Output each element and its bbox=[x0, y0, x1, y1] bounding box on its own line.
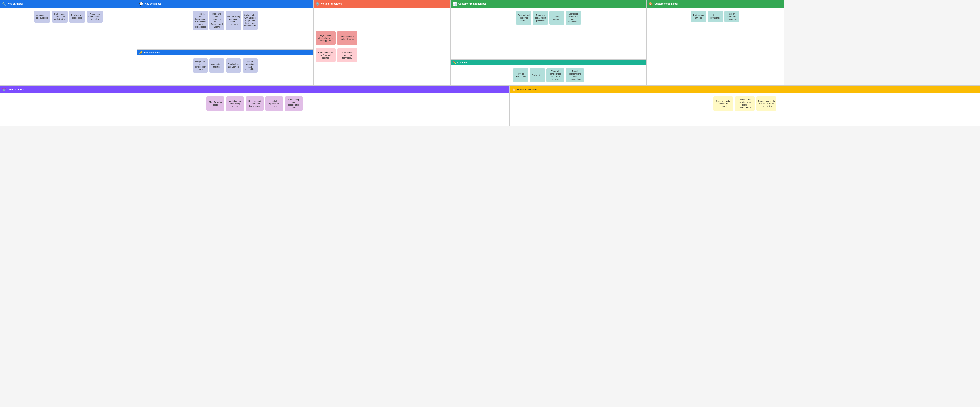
customer-relationships-header: 📊 Customer relationships: bbox=[451, 0, 646, 8]
key-partners-title: Key partners: bbox=[8, 2, 23, 5]
key-partners-icon: 🔧 bbox=[2, 2, 6, 6]
customer-segments-column: 🎨 Customer segments: Professional athlet… bbox=[647, 0, 784, 86]
customer-relationships-content: Personalized customer support Engaging s… bbox=[451, 8, 646, 59]
list-item[interactable]: Research and development of innovative s… bbox=[193, 11, 208, 30]
customer-relationships-column: 📊 Customer relationships: Personalized c… bbox=[451, 0, 647, 86]
channels-header: ✏️ Channels: bbox=[451, 59, 646, 65]
list-item[interactable]: Endorsement by professional athletes bbox=[316, 48, 336, 62]
customer-relationships-title: Customer relationships: bbox=[458, 2, 486, 5]
value-proposition-column: ⚙️ Value proposition: High-quality athle… bbox=[314, 0, 451, 86]
list-item[interactable]: Sponsored events and sports competitions bbox=[566, 11, 581, 25]
key-partners-content: Manufacturers and suppliers Professional… bbox=[0, 8, 137, 86]
list-item[interactable]: Personalized customer support bbox=[516, 11, 531, 25]
list-item[interactable]: Performance-enhancing technology bbox=[337, 48, 357, 62]
channels-section: ✏️ Channels: Physical retail stores Onli… bbox=[451, 59, 646, 86]
list-item[interactable]: Design and product development teams bbox=[193, 58, 208, 73]
customer-segments-content: Professional athletes Sports enthusiasts… bbox=[647, 8, 784, 86]
list-item[interactable]: Manufacturers and suppliers bbox=[34, 11, 50, 22]
list-item[interactable]: Professional athletes bbox=[691, 11, 706, 22]
list-item[interactable]: Supply chain management bbox=[226, 58, 241, 73]
list-item[interactable]: Manufacturing and quality control proces… bbox=[226, 11, 241, 30]
list-item[interactable]: Sales of athletic footwear and apparel bbox=[713, 97, 733, 111]
cost-structure-header: ✂️ Cost structure: bbox=[0, 86, 509, 94]
list-item[interactable]: Marketing and advertising expenses bbox=[226, 97, 244, 111]
list-item[interactable]: Brand reputation and recognition bbox=[243, 58, 258, 73]
list-item[interactable]: Designing and marketing athletic footwea… bbox=[210, 11, 224, 30]
value-proposition-title: Value proposition: bbox=[321, 2, 342, 5]
list-item[interactable]: Retailers and distributors bbox=[69, 11, 85, 22]
value-proposition-icon: ⚙️ bbox=[316, 2, 320, 6]
top-section: 🔧 Key partners: Manufacturers and suppli… bbox=[0, 0, 980, 86]
channels-content: Physical retail stores Online store Whol… bbox=[451, 65, 646, 86]
key-activities-title: Key activities: bbox=[145, 2, 161, 5]
list-item[interactable]: Retail operational costs bbox=[265, 97, 283, 111]
channels-icon: ✏️ bbox=[453, 61, 456, 64]
key-activities-header: 💬 Key activities: bbox=[137, 0, 313, 8]
list-item[interactable]: Manufacturing costs bbox=[207, 97, 224, 111]
revenue-streams-icon: 🏷️ bbox=[512, 88, 515, 92]
list-item[interactable]: Fashion-conscious consumers bbox=[724, 11, 740, 22]
key-partners-column: 🔧 Key partners: Manufacturers and suppli… bbox=[0, 0, 137, 86]
bottom-section: ✂️ Cost structure: Manufacturing costs M… bbox=[0, 86, 980, 126]
customer-segments-header: 🎨 Customer segments: bbox=[647, 0, 784, 8]
key-activities-column: 💬 Key activities: Research and developme… bbox=[137, 0, 313, 86]
list-item[interactable]: Advertising and marketing agencies bbox=[87, 11, 103, 22]
key-resources-section: 🔑 Key resources: Design and product deve… bbox=[137, 49, 313, 86]
revenue-streams-title: Revenue streams: bbox=[517, 88, 538, 91]
key-activities-icon: 💬 bbox=[139, 2, 143, 6]
list-item[interactable]: High-quality athletic footwear and appar… bbox=[316, 31, 336, 45]
value-proposition-content: High-quality athletic footwear and appar… bbox=[314, 8, 450, 86]
customer-relationships-icon: 📊 bbox=[453, 2, 457, 6]
cost-structure-content: Manufacturing costs Marketing and advert… bbox=[0, 94, 509, 126]
list-item[interactable]: Sponsorship and collaboration fees bbox=[285, 97, 303, 111]
cost-structure-title: Cost structure: bbox=[8, 88, 25, 91]
list-item[interactable]: Wholesale partnerships with sports retai… bbox=[546, 68, 564, 83]
key-partners-header: 🔧 Key partners: bbox=[0, 0, 137, 8]
list-item[interactable]: Sponsorship deals with sports teams and … bbox=[756, 97, 776, 111]
list-item[interactable]: Licensing and royalties from brand colla… bbox=[735, 97, 755, 111]
list-item[interactable]: Physical retail stores bbox=[513, 68, 528, 83]
list-item[interactable]: Sports enthusiasts bbox=[708, 11, 723, 22]
key-resources-title: Key resources: bbox=[144, 51, 160, 54]
business-model-canvas: 🔧 Key partners: Manufacturers and suppli… bbox=[0, 0, 980, 126]
customer-segments-title: Customer segments: bbox=[654, 2, 678, 5]
list-item[interactable]: Collaboration with athletes for product … bbox=[243, 11, 258, 30]
list-item[interactable]: Brand collaborations and sponsorships bbox=[566, 68, 584, 83]
revenue-streams-content: Sales of athletic footwear and apparel L… bbox=[509, 94, 980, 126]
customer-segments-icon: 🎨 bbox=[649, 2, 653, 6]
key-resources-icon: 🔑 bbox=[139, 51, 143, 54]
list-item[interactable]: Innovative and stylish designs bbox=[337, 31, 357, 45]
key-resources-header: 🔑 Key resources: bbox=[137, 50, 313, 55]
list-item[interactable]: Engaging social media presence bbox=[533, 11, 548, 25]
list-item[interactable]: Online store bbox=[530, 68, 545, 83]
cost-structure-column: ✂️ Cost structure: Manufacturing costs M… bbox=[0, 86, 509, 126]
list-item[interactable]: Professional sports teams and athletes bbox=[52, 11, 68, 22]
value-proposition-header: ⚙️ Value proposition: bbox=[314, 0, 450, 8]
cost-structure-icon: ✂️ bbox=[2, 88, 6, 92]
list-item[interactable]: Loyalty programs bbox=[549, 11, 564, 25]
list-item[interactable]: Manufacturing facilities bbox=[210, 58, 224, 73]
revenue-streams-header: 🏷️ Revenue streams: bbox=[509, 86, 980, 94]
list-item[interactable]: Research and development investments bbox=[246, 97, 264, 111]
channels-title: Channels: bbox=[457, 61, 468, 64]
customer-rel-top: 📊 Customer relationships: Personalized c… bbox=[451, 0, 646, 59]
key-activities-content: Research and development of innovative s… bbox=[137, 8, 313, 49]
key-resources-content: Design and product development teams Man… bbox=[137, 55, 313, 86]
revenue-streams-column: 🏷️ Revenue streams: Sales of athletic fo… bbox=[509, 86, 980, 126]
